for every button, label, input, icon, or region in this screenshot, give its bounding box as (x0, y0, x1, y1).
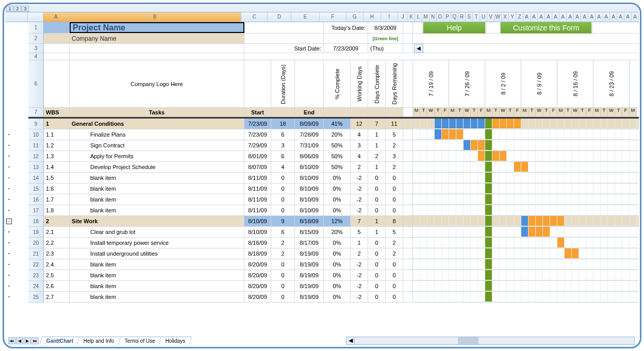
gantt-cell[interactable] (442, 162, 449, 172)
pct-cell[interactable]: 0% (324, 248, 351, 259)
gantt-cell[interactable] (572, 183, 579, 194)
gantt-cell[interactable] (464, 292, 471, 302)
gantt-cell[interactable] (543, 216, 550, 226)
gantt-cell[interactable] (413, 248, 420, 259)
gantt-cell[interactable] (572, 281, 579, 291)
gantt-cell[interactable] (601, 259, 608, 270)
row-header-11[interactable]: 11 (28, 140, 44, 151)
tab-prev[interactable]: ◀ (16, 337, 23, 344)
gantt-cell[interactable] (420, 281, 427, 291)
pct-cell[interactable]: 0% (324, 183, 351, 194)
gantt-cell[interactable] (557, 248, 565, 259)
gantt-cell[interactable] (572, 259, 579, 270)
gantt-cell[interactable] (622, 292, 630, 302)
gantt-cell[interactable] (485, 227, 492, 237)
gantt-cell[interactable] (514, 292, 521, 302)
duration-cell[interactable]: 6 (271, 227, 295, 237)
gantt-cell[interactable] (593, 183, 601, 194)
gantt-cell[interactable] (413, 151, 420, 161)
pct-cell[interactable]: 12% (324, 216, 351, 226)
duration-cell[interactable]: 18 (271, 119, 295, 129)
duration-cell[interactable]: 0 (271, 292, 295, 302)
dr-cell[interactable]: 5 (386, 129, 403, 140)
wbs-cell[interactable]: 1 (44, 119, 70, 129)
gantt-cell[interactable] (427, 238, 435, 248)
gantt-cell[interactable] (543, 119, 550, 129)
row-header-10[interactable]: 10 (28, 129, 44, 140)
gantt-cell[interactable] (427, 281, 435, 291)
end-cell[interactable]: 8/10/09 (295, 183, 324, 194)
gantt-cell[interactable] (529, 238, 536, 248)
gantt-cell[interactable] (413, 119, 420, 129)
gantt-cell[interactable] (593, 173, 601, 183)
gantt-cell[interactable] (536, 162, 543, 172)
wd-cell[interactable]: -2 (351, 205, 368, 215)
col-narrow[interactable]: N (430, 12, 437, 22)
gantt-cell[interactable] (615, 227, 622, 237)
gantt-cell[interactable] (622, 129, 630, 140)
pct-cell[interactable]: 0% (324, 205, 351, 215)
gantt-cell[interactable] (471, 227, 478, 237)
collapse-toggle[interactable]: − (6, 219, 12, 224)
gantt-cell[interactable] (565, 259, 572, 270)
gantt-cell[interactable] (579, 216, 586, 226)
gantt-cell[interactable] (485, 129, 492, 140)
pct-cell[interactable]: 50% (324, 140, 351, 151)
task-name-cell[interactable]: Sign Contract (70, 140, 244, 151)
tab-last[interactable]: ⏭ (31, 337, 39, 344)
gantt-cell[interactable] (478, 216, 485, 226)
end-header[interactable]: End (295, 108, 324, 116)
gantt-cell[interactable] (521, 173, 529, 183)
gantt-cell[interactable] (565, 183, 572, 194)
gantt-cell[interactable] (420, 227, 427, 237)
gantt-cell[interactable] (565, 151, 572, 161)
gantt-cell[interactable] (478, 162, 485, 172)
gantt-cell[interactable] (536, 248, 543, 259)
gantt-cell[interactable] (557, 140, 565, 151)
gantt-cell[interactable] (478, 259, 485, 270)
gantt-cell[interactable] (630, 162, 637, 172)
gantt-cell[interactable] (442, 238, 449, 248)
gantt-cell[interactable] (557, 227, 565, 237)
gantt-cell[interactable] (586, 227, 593, 237)
gantt-cell[interactable] (536, 140, 543, 151)
gantt-cell[interactable] (557, 216, 565, 226)
gantt-cell[interactable] (492, 183, 500, 194)
gantt-cell[interactable] (464, 270, 471, 280)
gantt-cell[interactable] (622, 238, 630, 248)
gantt-cell[interactable] (579, 162, 586, 172)
gantt-cell[interactable] (427, 227, 435, 237)
gantt-cell[interactable] (471, 270, 478, 280)
pct-cell[interactable]: 50% (324, 151, 351, 161)
task-name-cell[interactable]: blank item (70, 173, 244, 183)
gantt-cell[interactable] (449, 173, 456, 183)
pct-cell[interactable]: 0% (324, 281, 351, 291)
wbs-cell[interactable]: 2 (44, 216, 70, 226)
gantt-cell[interactable] (579, 205, 586, 215)
gantt-cell[interactable] (536, 119, 543, 129)
gantt-cell[interactable] (435, 270, 442, 280)
gantt-cell[interactable] (435, 248, 442, 259)
gantt-cell[interactable] (500, 205, 507, 215)
gantt-cell[interactable] (492, 281, 500, 291)
start-cell[interactable]: 8/11/09 (244, 205, 271, 215)
gantt-cell[interactable] (608, 173, 615, 183)
task-name-cell[interactable]: Install temporary power service (70, 238, 244, 248)
end-cell[interactable]: 8/10/09 (295, 162, 324, 172)
gantt-cell[interactable] (471, 162, 478, 172)
gantt-cell[interactable] (449, 238, 456, 248)
gantt-cell[interactable] (622, 162, 630, 172)
gantt-cell[interactable] (442, 119, 449, 129)
gantt-cell[interactable] (608, 248, 615, 259)
task-name-cell[interactable]: Develop Project Schedule (70, 162, 244, 172)
gantt-cell[interactable] (615, 292, 622, 302)
gantt-cell[interactable] (601, 183, 608, 194)
gantt-cell[interactable] (427, 292, 435, 302)
gantt-cell[interactable] (500, 129, 507, 140)
gantt-cell[interactable] (420, 238, 427, 248)
gantt-cell[interactable] (557, 162, 565, 172)
gantt-cell[interactable] (608, 183, 615, 194)
dr-cell[interactable]: 2 (386, 238, 403, 248)
gantt-cell[interactable] (500, 281, 507, 291)
gantt-cell[interactable] (529, 259, 536, 270)
